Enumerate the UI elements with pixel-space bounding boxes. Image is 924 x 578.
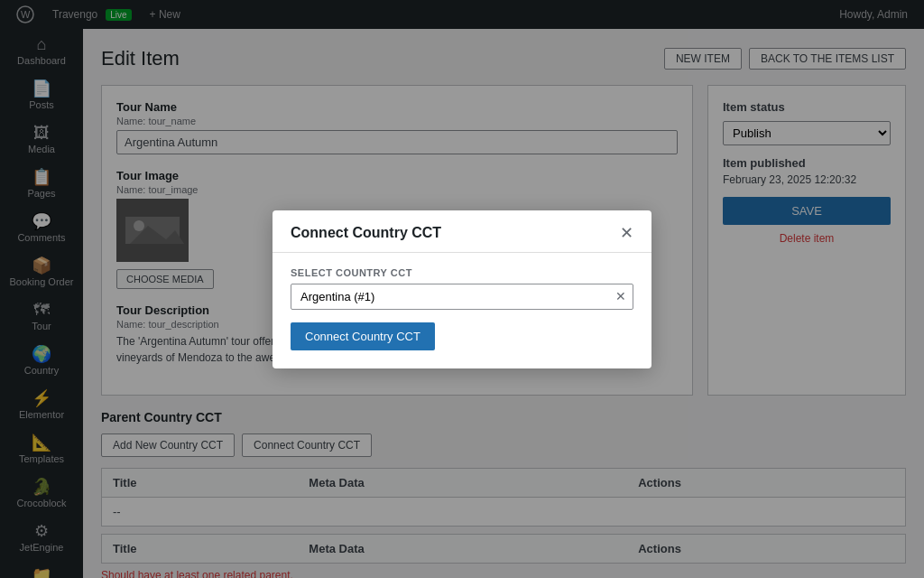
- modal-close-button[interactable]: ✕: [620, 225, 633, 241]
- connect-modal: Connect Country CCT ✕ SELECT COUNTRY CCT…: [273, 210, 651, 368]
- modal-input-wrap: ✕: [291, 284, 633, 310]
- modal-body: SELECT COUNTRY CCT ✕ Connect Country CCT: [273, 253, 651, 368]
- country-cct-input[interactable]: [291, 284, 633, 310]
- modal-field-label: SELECT COUNTRY CCT: [291, 267, 633, 278]
- modal-connect-button[interactable]: Connect Country CCT: [291, 322, 435, 350]
- modal-overlay[interactable]: Connect Country CCT ✕ SELECT COUNTRY CCT…: [0, 0, 924, 578]
- modal-title: Connect Country CCT: [291, 225, 441, 241]
- modal-header: Connect Country CCT ✕: [273, 210, 651, 253]
- clear-input-button[interactable]: ✕: [615, 289, 626, 303]
